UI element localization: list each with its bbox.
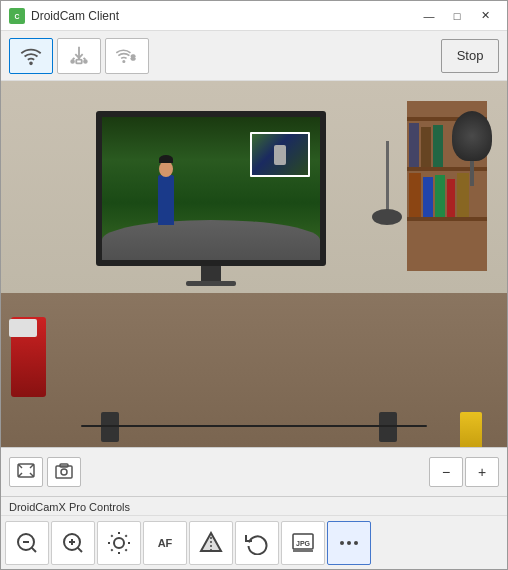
speaker-right [379, 412, 397, 442]
svg-point-25 [114, 538, 124, 548]
svg-line-22 [78, 547, 82, 551]
bottom-controls: − + [1, 447, 507, 497]
title-bar: C DroidCam Client — □ ✕ [1, 1, 507, 31]
pro-controls-label: DroidCamX Pro Controls [1, 497, 507, 515]
wifi-button[interactable] [9, 38, 53, 74]
svg-line-29 [125, 549, 126, 550]
zoom-controls: − + [429, 457, 499, 487]
svg-rect-15 [56, 466, 72, 478]
svg-point-41 [354, 541, 358, 545]
svg-line-28 [111, 535, 112, 536]
more-button[interactable] [327, 521, 371, 565]
svg-text:S: S [131, 53, 135, 60]
svg-point-2 [30, 62, 32, 64]
main-window: C DroidCam Client — □ ✕ [0, 0, 508, 570]
usb-button[interactable] [57, 38, 101, 74]
lamp [367, 141, 407, 241]
zoom-minus-button[interactable]: − [429, 457, 463, 487]
window-title: DroidCam Client [31, 9, 415, 23]
app-icon: C [9, 8, 25, 24]
af-label: AF [158, 537, 173, 549]
speaker-left [101, 412, 119, 442]
svg-line-19 [32, 547, 36, 551]
autofocus-button[interactable]: AF [143, 521, 187, 565]
brightness-button[interactable] [97, 521, 141, 565]
toolbar: S Stop [1, 31, 507, 81]
decoration-white-box [9, 319, 37, 337]
svg-line-32 [111, 549, 112, 550]
svg-text:JPG: JPG [296, 540, 311, 547]
close-button[interactable]: ✕ [471, 5, 499, 27]
yellow-cup [460, 412, 482, 447]
pro-controls-section: DroidCamX Pro Controls [1, 497, 507, 569]
zoom-out-button[interactable] [5, 521, 49, 565]
monitor [96, 111, 326, 281]
svg-text:C: C [14, 13, 19, 20]
maximize-button[interactable]: □ [443, 5, 471, 27]
screenshot-button[interactable] [47, 457, 81, 487]
video-area [1, 81, 507, 447]
svg-point-7 [84, 60, 87, 63]
camera-feed [1, 81, 507, 447]
microphone [447, 111, 497, 191]
quality-button[interactable]: JPG [281, 521, 325, 565]
camera-toggle-button[interactable] [9, 457, 43, 487]
svg-point-16 [61, 469, 67, 475]
svg-rect-3 [76, 59, 82, 63]
pro-icons-row: AF JPG [1, 515, 507, 569]
rotate-button[interactable] [235, 521, 279, 565]
minimize-button[interactable]: — [415, 5, 443, 27]
title-bar-controls: — □ ✕ [415, 5, 499, 27]
svg-point-40 [347, 541, 351, 545]
wifi-s-button[interactable]: S [105, 38, 149, 74]
svg-point-6 [71, 60, 74, 63]
zoom-plus-button[interactable]: + [465, 457, 499, 487]
svg-point-8 [123, 60, 125, 62]
svg-point-39 [340, 541, 344, 545]
zoom-in-button[interactable] [51, 521, 95, 565]
flip-button[interactable] [189, 521, 233, 565]
svg-line-33 [125, 535, 126, 536]
stop-button[interactable]: Stop [441, 39, 499, 73]
